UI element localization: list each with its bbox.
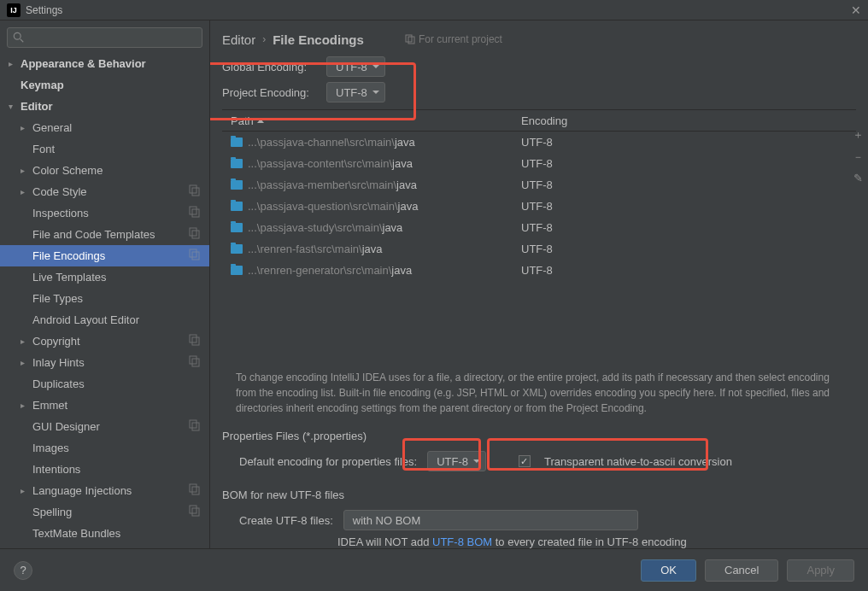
project-scope-hint: For current project	[405, 33, 502, 45]
chevron-down-icon	[372, 91, 379, 94]
global-encoding-combo[interactable]: UTF-8	[326, 56, 385, 77]
sidebar-item-inlay-hints[interactable]: ▸Inlay Hints	[0, 352, 209, 373]
table-header: Path Encoding	[222, 109, 856, 132]
sidebar-item-general[interactable]: ▸General	[0, 117, 209, 138]
sidebar-item-code-style[interactable]: ▸Code Style	[0, 181, 209, 202]
ok-button[interactable]: OK	[641, 559, 696, 582]
description-text: To change encoding IntelliJ IDEA uses fo…	[222, 363, 856, 423]
chevron-right-icon: ›	[262, 33, 266, 45]
properties-encoding-combo[interactable]: UTF-8	[427, 451, 486, 471]
sidebar-item-spelling[interactable]: Spelling	[0, 501, 209, 523]
sidebar-item-live-templates[interactable]: Live Templates	[0, 266, 209, 288]
sidebar-item-intentions[interactable]: Intentions	[0, 459, 209, 480]
svg-rect-2	[190, 185, 196, 193]
transparent-ascii-label[interactable]: Transparent native-to-ascii conversion	[544, 455, 732, 468]
sidebar-item-editor[interactable]: ▾Editor	[0, 96, 209, 117]
encoding-cell[interactable]: UTF-8	[513, 200, 856, 213]
sidebar-item-font[interactable]: Font	[0, 138, 209, 160]
sidebar-item-emmet[interactable]: ▸Emmet	[0, 395, 209, 416]
sidebar-item-keymap[interactable]: Keymap	[0, 74, 209, 96]
create-utf8-label: Create UTF-8 files:	[239, 514, 333, 527]
add-icon[interactable]: ＋	[851, 127, 865, 141]
folder-icon	[231, 202, 243, 211]
sidebar-item-duplicates[interactable]: Duplicates	[0, 373, 209, 395]
chevron-right-icon: ▸	[21, 401, 31, 410]
folder-icon	[231, 138, 243, 147]
encoding-cell[interactable]: UTF-8	[513, 264, 856, 277]
edit-icon[interactable]: ✎	[851, 172, 865, 185]
bom-row: Create UTF-8 files: with NO BOM	[222, 510, 856, 530]
encoding-cell[interactable]: UTF-8	[513, 157, 856, 170]
create-utf8-combo[interactable]: with NO BOM	[343, 510, 638, 530]
sidebar-item-file-encodings[interactable]: File Encodings	[0, 245, 209, 266]
svg-rect-5	[192, 209, 199, 217]
sidebar-item-label: Appearance & Behavior	[21, 57, 209, 70]
sidebar-item-textmate-bundles[interactable]: TextMate Bundles	[0, 523, 209, 544]
breadcrumb-parent[interactable]: Editor	[222, 32, 255, 47]
folder-icon	[231, 159, 243, 168]
encoding-cell[interactable]: UTF-8	[513, 136, 856, 149]
encoding-cell[interactable]: UTF-8	[513, 243, 856, 255]
sidebar-item-label: Spelling	[32, 506, 189, 518]
footer: ? OK Cancel Apply	[0, 548, 868, 591]
chevron-right-icon: ▸	[21, 123, 31, 132]
apply-button[interactable]: Apply	[787, 559, 854, 582]
close-icon[interactable]: ✕	[851, 3, 861, 17]
sidebar-item-label: Inlay Hints	[32, 356, 189, 369]
sidebar-item-images[interactable]: Images	[0, 437, 209, 459]
transparent-ascii-checkbox[interactable]	[519, 455, 531, 467]
properties-encoding-row: Default encoding for properties files: U…	[222, 451, 856, 471]
svg-rect-6	[190, 228, 196, 236]
cancel-button[interactable]: Cancel	[705, 559, 778, 582]
encoding-table: ...\passjava-channel\src\main\javaUTF-8.…	[222, 132, 856, 281]
svg-rect-16	[190, 484, 196, 492]
sidebar-item-file-types[interactable]: File Types	[0, 288, 209, 309]
sidebar-item-copyright[interactable]: ▸Copyright	[0, 331, 209, 352]
project-scope-icon	[189, 249, 209, 263]
sidebar-item-label: General	[32, 121, 209, 134]
table-row[interactable]: ...\passjava-content\src\main\javaUTF-8	[222, 153, 856, 174]
col-header-encoding[interactable]: Encoding	[513, 114, 856, 127]
sidebar-item-android-layout-editor[interactable]: Android Layout Editor	[0, 309, 209, 331]
sidebar-item-appearance-behavior[interactable]: ▸Appearance & Behavior	[0, 53, 209, 74]
table-row[interactable]: ...\passjava-channel\src\main\javaUTF-8	[222, 132, 856, 153]
sidebar-item-label: File Types	[32, 292, 209, 305]
sidebar-item-gui-designer[interactable]: GUI Designer	[0, 416, 209, 437]
chevron-right-icon: ▸	[21, 187, 31, 196]
table-row[interactable]: ...\renren-generator\src\main\javaUTF-8	[222, 260, 856, 281]
global-encoding-row: Global Encoding: UTF-8	[222, 56, 856, 77]
svg-rect-3	[192, 188, 199, 196]
sidebar-item-todo[interactable]: TODO	[0, 544, 209, 548]
project-encoding-label: Project Encoding:	[222, 86, 316, 99]
project-encoding-combo[interactable]: UTF-8	[326, 82, 385, 102]
sidebar-item-file-and-code-templates[interactable]: File and Code Templates	[0, 224, 209, 245]
table-row[interactable]: ...\renren-fast\src\main\javaUTF-8	[222, 238, 856, 260]
col-header-path[interactable]: Path	[222, 114, 513, 127]
sidebar-item-label: Android Layout Editor	[32, 313, 209, 326]
encoding-cell[interactable]: UTF-8	[513, 178, 856, 191]
search-input[interactable]	[7, 27, 202, 48]
project-scope-icon	[189, 206, 209, 220]
sidebar-item-color-scheme[interactable]: ▸Color Scheme	[0, 160, 209, 181]
utf8-bom-link[interactable]: UTF-8 BOM	[432, 535, 492, 548]
search-icon	[13, 32, 25, 44]
sidebar-item-label: Emmet	[32, 399, 209, 412]
sidebar: ▸Appearance & BehaviorKeymap▾Editor▸Gene…	[0, 20, 210, 548]
sidebar-item-language-injections[interactable]: ▸Language Injections	[0, 480, 209, 501]
sidebar-item-inspections[interactable]: Inspections	[0, 202, 209, 224]
project-scope-icon	[189, 334, 209, 348]
folder-icon	[231, 223, 243, 232]
help-button[interactable]: ?	[14, 561, 32, 580]
table-row[interactable]: ...\passjava-member\src\main\javaUTF-8	[222, 174, 856, 196]
breadcrumb: Editor › File Encodings For current proj…	[222, 27, 856, 51]
project-scope-icon	[189, 505, 209, 519]
chevron-down-icon: ▾	[9, 102, 19, 111]
svg-rect-4	[190, 207, 196, 214]
table-row[interactable]: ...\passjava-question\src\main\javaUTF-8	[222, 196, 856, 217]
remove-icon[interactable]: －	[851, 149, 865, 163]
encoding-cell[interactable]: UTF-8	[513, 221, 856, 234]
table-row[interactable]: ...\passjava-study\src\main\javaUTF-8	[222, 217, 856, 238]
project-scope-icon	[189, 184, 209, 199]
titlebar: IJ Settings ✕	[0, 0, 868, 20]
svg-point-0	[14, 32, 21, 39]
